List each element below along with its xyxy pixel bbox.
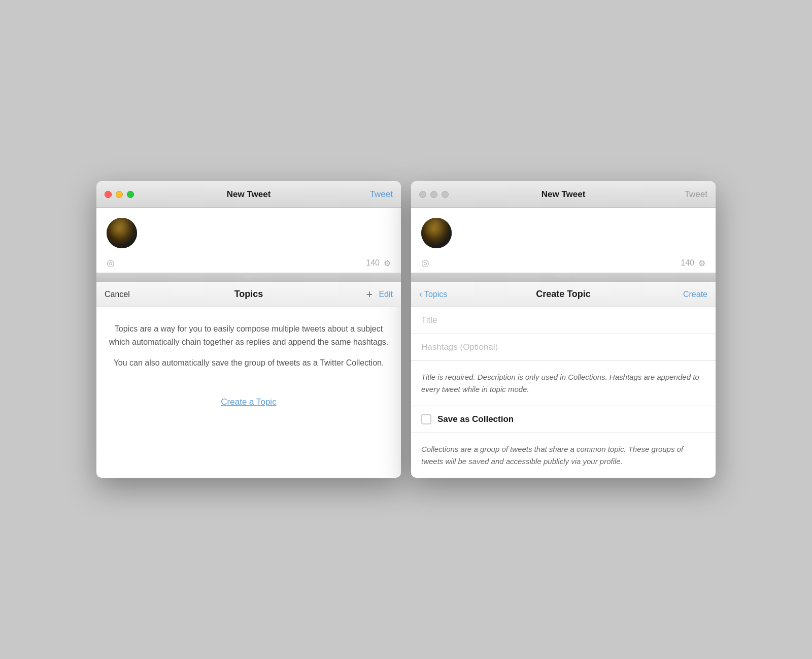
right-window: New Tweet Tweet ◎ 140 ⚙ ‹ Topics [411,181,716,478]
right-location-icon[interactable]: ◎ [421,257,429,269]
left-window: New Tweet Tweet ◎ 140 ⚙ Cancel Topics [96,181,401,478]
left-titlebar: New Tweet Tweet [96,181,401,208]
right-window-title: New Tweet [542,189,586,200]
create-topic-button[interactable]: Create [683,290,707,299]
create-topic-form: Title is required. Description is only u… [411,307,716,478]
create-topic-navbar: ‹ Topics Create Topic Create [411,282,716,307]
maximize-button[interactable] [127,191,134,198]
avatar [107,218,137,248]
form-info-text: Title is required. Description is only u… [411,361,716,406]
create-topic-link[interactable]: Create a Topic [221,397,276,407]
notch [241,275,256,282]
right-titlebar: New Tweet Tweet [411,181,716,208]
topics-content: Topics are a way for you to easily compo… [96,307,401,422]
right-divider [411,273,716,282]
save-collection-row[interactable]: Save as Collection [411,406,716,433]
right-avatar-image [421,218,452,248]
edit-button[interactable]: Edit [379,290,393,299]
composer-bar: ◎ 140 ⚙ [96,253,401,273]
right-tweet-button[interactable]: Tweet [685,189,707,200]
add-topic-button[interactable]: + [366,288,373,301]
right-maximize-button[interactable] [442,191,449,198]
right-close-button[interactable] [419,191,426,198]
tweet-button[interactable]: Tweet [370,189,393,200]
window-title: New Tweet [227,189,271,200]
topics-desc-2: You can also automatically save the grou… [107,356,391,370]
back-button[interactable]: ‹ Topics [419,289,447,300]
topics-nav-right: + Edit [366,288,393,301]
close-button[interactable] [105,191,112,198]
topics-desc-1: Topics are a way for you to easily compo… [107,322,391,348]
right-minimize-button[interactable] [430,191,437,198]
title-input[interactable] [421,315,705,325]
traffic-lights [105,191,134,198]
topics-description: Topics are a way for you to easily compo… [107,322,391,370]
right-avatar-area [411,208,716,253]
collection-info-text: Collections are a group of tweets that s… [411,433,716,478]
hashtags-input[interactable] [421,342,705,352]
right-notch [556,275,571,282]
title-field-container [411,307,716,334]
cancel-button[interactable]: Cancel [105,290,130,299]
create-topic-title: Create Topic [536,289,591,300]
back-chevron-icon: ‹ [419,289,422,300]
location-icon[interactable]: ◎ [107,257,115,269]
minimize-button[interactable] [116,191,123,198]
back-label: Topics [424,290,447,299]
right-composer-bar: ◎ 140 ⚙ [411,253,716,273]
divider [96,273,401,282]
save-collection-label: Save as Collection [437,414,514,424]
right-settings-icon[interactable]: ⚙ [698,258,705,268]
right-char-count: 140 [681,258,694,268]
avatar-image [107,218,137,248]
avatar-area [96,208,401,253]
right-traffic-lights [419,191,449,198]
right-avatar [421,218,452,248]
topics-title: Topics [234,289,263,300]
hashtags-field-container [411,334,716,361]
char-count: 140 [366,258,380,268]
save-collection-checkbox[interactable] [421,414,431,424]
topics-navbar: Cancel Topics + Edit [96,282,401,307]
settings-icon[interactable]: ⚙ [384,258,391,268]
